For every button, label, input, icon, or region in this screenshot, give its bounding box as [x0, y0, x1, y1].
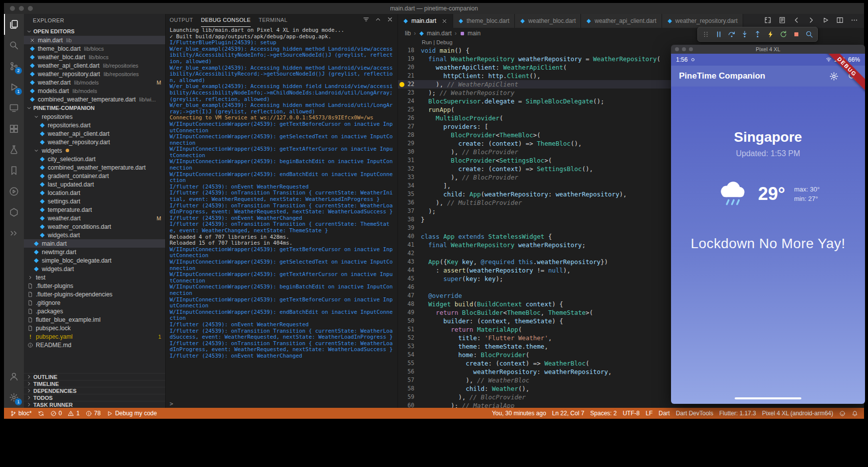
- status-play[interactable]: Debug my code: [103, 408, 160, 419]
- status-utf-8[interactable]: UTF-8: [620, 408, 643, 419]
- activity-source-control-button[interactable]: 2: [4, 56, 24, 77]
- section-task-runner[interactable]: TASK RUNNER: [24, 401, 165, 408]
- activity-search-button[interactable]: [4, 35, 24, 56]
- tab-theme_bloc.dart[interactable]: theme_bloc.dart: [453, 14, 515, 28]
- activity-testing-button[interactable]: [4, 139, 24, 160]
- minimize-window-button[interactable]: [682, 47, 686, 51]
- pause-button[interactable]: [712, 28, 725, 41]
- status-branch[interactable]: bloc*: [7, 408, 35, 419]
- status-lf[interactable]: LF: [643, 408, 656, 419]
- tree-item-location.dart[interactable]: location.dart: [24, 188, 165, 197]
- section-timeline[interactable]: TIMELINE: [24, 380, 165, 387]
- tree-item-weather.dart[interactable]: weather.dartM: [24, 214, 165, 222]
- activity-run-circle-button[interactable]: [4, 181, 24, 202]
- section-outline[interactable]: OUTLINE: [24, 373, 165, 380]
- activity-settings-gear-button[interactable]: 1: [4, 387, 24, 408]
- panel-action-filter[interactable]: [363, 16, 370, 25]
- tree-item-weather_conditions.dart[interactable]: weather_conditions.dart: [24, 222, 165, 231]
- step-out-button[interactable]: [751, 28, 764, 41]
- editor-action-back[interactable]: [793, 16, 800, 26]
- step-over-button[interactable]: [725, 28, 738, 41]
- status-you-30-minutes-ago[interactable]: You, 30 minutes ago: [489, 408, 549, 419]
- status-info[interactable]: 78: [83, 408, 103, 419]
- breadcrumb-main.dart[interactable]: main.dart: [419, 30, 452, 37]
- tree-item-simple_bloc_delegate.dart[interactable]: simple_bloc_delegate.dart: [24, 256, 165, 265]
- status-sync[interactable]: [35, 408, 47, 419]
- status-spaces-2[interactable]: Spaces: 2: [587, 408, 620, 419]
- debug-console-output[interactable]: Launching lib/main.dart on Pixel 4 XL in…: [166, 27, 397, 399]
- tab-weather_repository.dart[interactable]: weather_repository.dart: [662, 14, 743, 28]
- tab-weather_bloc.dart[interactable]: weather_bloc.dart: [515, 14, 581, 28]
- lightbulb-icon[interactable]: [399, 82, 404, 87]
- settings-icon[interactable]: [829, 72, 839, 81]
- editor-action-compare-changes[interactable]: [764, 16, 772, 26]
- editor-action-run[interactable]: [822, 16, 829, 26]
- close-window-button[interactable]: [10, 6, 15, 11]
- editor-action-more-actions[interactable]: [851, 16, 858, 26]
- tab-main.dart[interactable]: main.dart: [398, 14, 453, 28]
- inspector-button[interactable]: [803, 28, 816, 41]
- open-editor-item[interactable]: main.dartlib: [24, 36, 165, 44]
- tree-item-README.md[interactable]: README.md: [24, 341, 165, 349]
- close-icon[interactable]: [441, 18, 448, 24]
- tree-item-city_selection.dart[interactable]: city_selection.dart: [24, 155, 165, 163]
- open-editor-item[interactable]: combined_weather_temperature.dartlib/wi.…: [24, 95, 165, 103]
- activity-extensions-button[interactable]: [4, 118, 24, 139]
- breadcrumb-lib[interactable]: lib: [405, 30, 411, 37]
- tree-item-pubspec.lock[interactable]: pubspec.lock: [24, 324, 165, 332]
- project-header[interactable]: PINETIME-COMPANION: [24, 103, 165, 112]
- status-flutter-1-17-3[interactable]: Flutter: 1.17.3: [716, 408, 759, 419]
- panel-action-close[interactable]: [386, 16, 393, 25]
- tree-item-flutter_blue_example.iml[interactable]: flutter_blue_example.iml: [24, 315, 165, 324]
- status-dart-devtools[interactable]: Dart DevTools: [673, 408, 716, 419]
- activity-remote-explorer-button[interactable]: [4, 97, 24, 118]
- editor-action-forward[interactable]: [807, 16, 815, 26]
- activity-double-chevron-button[interactable]: [4, 223, 24, 244]
- zoom-window-button[interactable]: [28, 6, 33, 11]
- open-editor-item[interactable]: weather_api_client.dartlib/repositories: [24, 61, 165, 70]
- tree-item-widgets.dart[interactable]: widgets.dart: [24, 231, 165, 239]
- tree-item-combined_weather_temperature.dart[interactable]: combined_weather_temperature.dart: [24, 163, 165, 172]
- restart-button[interactable]: [777, 28, 790, 41]
- tree-item-widgets[interactable]: widgets: [24, 146, 165, 155]
- tree-item-.gitignore[interactable]: .gitignore: [24, 298, 165, 307]
- tree-item-last_updated.dart[interactable]: last_updated.dart: [24, 180, 165, 188]
- tree-item-weather_repository.dart[interactable]: weather_repository.dart: [24, 138, 165, 146]
- tree-item-weather_api_client.dart[interactable]: weather_api_client.dart: [24, 129, 165, 138]
- section-dependencies[interactable]: DEPENDENCIES: [24, 387, 165, 394]
- status-warning[interactable]: 1: [65, 408, 83, 419]
- tree-item-repositories.dart[interactable]: repositories.dart: [24, 121, 165, 129]
- tree-item-newtmgr.dart[interactable]: newtmgr.dart: [24, 248, 165, 256]
- close-icon[interactable]: [29, 37, 36, 44]
- tree-item-widgets.dart[interactable]: widgets.dart: [24, 265, 165, 273]
- tree-item-test[interactable]: test: [24, 273, 165, 281]
- tree-item-temperature.dart[interactable]: temperature.dart: [24, 205, 165, 214]
- tree-item-.packages[interactable]: .packages: [24, 307, 165, 315]
- tree-item-gradient_container.dart[interactable]: gradient_container.dart: [24, 172, 165, 180]
- editor-action-open-changes[interactable]: [778, 16, 786, 26]
- title-bar[interactable]: main.dart — pinetime-companion: [4, 3, 864, 14]
- gesture-pill[interactable]: [735, 397, 801, 399]
- step-into-button[interactable]: [738, 28, 751, 41]
- activity-account-button[interactable]: [4, 366, 24, 387]
- activity-run-debug-button[interactable]: 1: [4, 77, 24, 97]
- activity-hexagon-tool-button[interactable]: [4, 202, 24, 223]
- tree-item-.flutter-plugins-dependencies[interactable]: .flutter-plugins-dependencies: [24, 290, 165, 298]
- activity-explorer-button[interactable]: [4, 14, 24, 35]
- tree-item-settings.dart[interactable]: settings.dart: [24, 197, 165, 205]
- zoom-window-button[interactable]: [689, 47, 693, 51]
- tree-item-.flutter-plugins[interactable]: .flutter-plugins: [24, 281, 165, 290]
- status-pixel-4-xl-android-arm64-[interactable]: Pixel 4 XL (android-arm64): [759, 408, 836, 419]
- debug-console-input[interactable]: >: [166, 399, 397, 408]
- tree-item-main.dart[interactable]: main.dart: [24, 239, 165, 248]
- open-editor-item[interactable]: weather.dartlib/modelsM: [24, 78, 165, 87]
- activity-bookmarks-button[interactable]: [4, 160, 24, 181]
- breadcrumb-main[interactable]: main: [460, 30, 481, 37]
- status-bell[interactable]: [849, 408, 861, 419]
- open-editors-header[interactable]: OPEN EDITORS: [24, 27, 165, 36]
- close-window-button[interactable]: [675, 47, 679, 51]
- open-editor-item[interactable]: theme_bloc.dartlib/blocs: [24, 44, 165, 53]
- stop-button[interactable]: [790, 28, 803, 41]
- editor-action-split-editor[interactable]: [836, 16, 844, 26]
- panel-tab-terminal[interactable]: TERMINAL: [259, 14, 288, 27]
